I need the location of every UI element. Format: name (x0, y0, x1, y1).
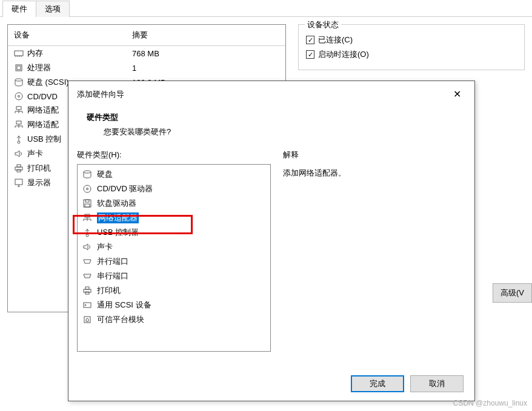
checkbox-label: 启动时连接(O) (318, 49, 369, 60)
tab-hardware[interactable]: 硬件 (2, 1, 36, 17)
svg-rect-16 (16, 121, 21, 124)
svg-rect-36 (85, 214, 90, 217)
explanation-column: 解释 添加网络适配器。 (283, 150, 466, 352)
svg-rect-34 (85, 200, 89, 202)
svg-rect-48 (85, 287, 89, 289)
hw-item-floppy[interactable]: 软盘驱动器 (78, 196, 270, 211)
disk-icon (14, 77, 24, 87)
device-label: 声卡 (27, 148, 43, 159)
col-device-header: 设备 (14, 30, 132, 41)
device-label: 内存 (27, 48, 43, 59)
advanced-button[interactable]: 高级(V (493, 283, 532, 303)
svg-point-32 (87, 188, 88, 190)
svg-rect-10 (16, 107, 21, 110)
printer-icon (82, 286, 92, 295)
hw-item-label: 打印机 (97, 285, 121, 296)
device-summary: 1 (132, 64, 279, 73)
device-label: 处理器 (27, 62, 51, 73)
hw-item-parallel[interactable]: 并行端口 (78, 254, 270, 269)
svg-point-9 (18, 96, 20, 97)
svg-rect-35 (85, 204, 90, 207)
svg-point-44 (85, 276, 86, 277)
hw-item-label: 串行端口 (97, 271, 128, 281)
dialog-body: 硬件类型(H): 硬盘 CD/DVD 驱动器 软盘驱动器 网络适配器 USB 控… (68, 150, 474, 352)
memory-icon (14, 48, 24, 58)
checkbox-icon: ✓ (306, 50, 314, 59)
device-row[interactable]: 处理器 1 (8, 61, 285, 75)
device-label: USB 控制 (27, 134, 61, 145)
svg-point-7 (15, 79, 22, 81)
hw-item-label: 硬盘 (97, 169, 113, 180)
connect-on-start-checkbox-row[interactable]: ✓ 启动时连接(O) (306, 49, 517, 60)
hw-item-usb[interactable]: USB 控制器 (78, 225, 270, 240)
dialog-buttons: 完成 取消 (351, 375, 464, 392)
svg-point-45 (87, 276, 88, 277)
disk-icon (82, 169, 92, 179)
watermark: CSDN @zhouwu_linux (453, 399, 527, 407)
sound-icon (82, 242, 92, 252)
connected-checkbox-row[interactable]: ✓ 已连接(C) (306, 35, 517, 45)
usb-icon (14, 134, 24, 144)
dialog-titlebar: 添加硬件向导 ✕ (68, 81, 474, 104)
device-label: 硬盘 (SCSI) (27, 77, 69, 88)
hw-item-disk[interactable]: 硬盘 (78, 167, 270, 182)
hw-item-sound[interactable]: 声卡 (78, 240, 270, 254)
cancel-button[interactable]: 取消 (410, 375, 464, 392)
tab-options[interactable]: 选项 (36, 1, 70, 17)
svg-point-30 (84, 171, 91, 173)
hw-item-label: 并行端口 (97, 256, 128, 267)
hw-item-tpm[interactable]: 可信平台模块 (78, 312, 270, 327)
device-header: 设备 摘要 (8, 25, 285, 46)
device-label: CD/DVD (27, 92, 58, 101)
hw-item-network[interactable]: 网络适配器 (78, 211, 270, 225)
hw-item-label: 网络适配器 (97, 212, 139, 223)
scsi-icon (82, 300, 92, 310)
device-label: 显示器 (27, 177, 51, 188)
group-title: 设备状态 (305, 19, 341, 30)
tabs-bar: 硬件 选项 (0, 0, 532, 17)
hw-item-serial[interactable]: 串行端口 (78, 269, 270, 283)
add-hardware-wizard-dialog: 添加硬件向导 ✕ 硬件类型 您要安装哪类硬件? 硬件类型(H): 硬盘 CD/D… (68, 81, 475, 401)
checkbox-label: 已连接(C) (318, 35, 353, 45)
display-icon (14, 178, 24, 188)
checkbox-icon: ✓ (306, 36, 314, 44)
network-icon (14, 105, 24, 115)
svg-point-22 (18, 141, 20, 143)
svg-rect-25 (17, 165, 21, 167)
usb-icon (82, 228, 92, 237)
close-icon[interactable]: ✕ (448, 87, 466, 101)
hw-item-printer[interactable]: 打印机 (78, 283, 270, 298)
device-label: 网络适配 (27, 105, 59, 116)
hardware-list-label: 硬件类型(H): (77, 150, 271, 160)
parallel-port-icon (82, 257, 92, 266)
explanation-label: 解释 (283, 150, 466, 160)
dialog-heading: 硬件类型 (87, 112, 456, 123)
hw-item-label: 声卡 (97, 242, 113, 252)
hw-item-label: 软盘驱动器 (97, 198, 136, 209)
svg-point-8 (15, 93, 22, 100)
device-label: 打印机 (27, 163, 51, 174)
hw-item-cd[interactable]: CD/DVD 驱动器 (78, 182, 270, 196)
finish-button[interactable]: 完成 (351, 375, 404, 392)
hardware-type-column: 硬件类型(H): 硬盘 CD/DVD 驱动器 软盘驱动器 网络适配器 USB 控… (77, 150, 271, 352)
explanation-text: 添加网络适配器。 (283, 168, 466, 179)
svg-point-46 (89, 276, 90, 277)
svg-rect-6 (17, 66, 21, 70)
network-icon (14, 120, 24, 130)
dialog-header: 硬件类型 您要安装哪类硬件? (68, 104, 474, 150)
hw-item-scsi[interactable]: 通用 SCSI 设备 (78, 298, 270, 312)
hw-item-label: CD/DVD 驱动器 (97, 183, 153, 194)
device-row[interactable]: 内存 768 MB (8, 46, 285, 61)
col-summary-header: 摘要 (132, 30, 279, 41)
cd-icon (14, 91, 24, 101)
dialog-title: 添加硬件向导 (77, 89, 124, 100)
hw-item-label: USB 控制器 (97, 227, 139, 238)
hw-item-label: 通用 SCSI 设备 (97, 300, 151, 311)
device-summary: 768 MB (132, 49, 279, 58)
cpu-icon (14, 63, 24, 73)
serial-port-icon (82, 271, 92, 281)
hardware-type-list[interactable]: 硬盘 CD/DVD 驱动器 软盘驱动器 网络适配器 USB 控制器 声卡 并行端… (77, 164, 271, 352)
network-icon (82, 213, 92, 223)
device-status-group: 设备状态 ✓ 已连接(C) ✓ 启动时连接(O) (298, 24, 525, 70)
svg-rect-0 (15, 51, 23, 56)
